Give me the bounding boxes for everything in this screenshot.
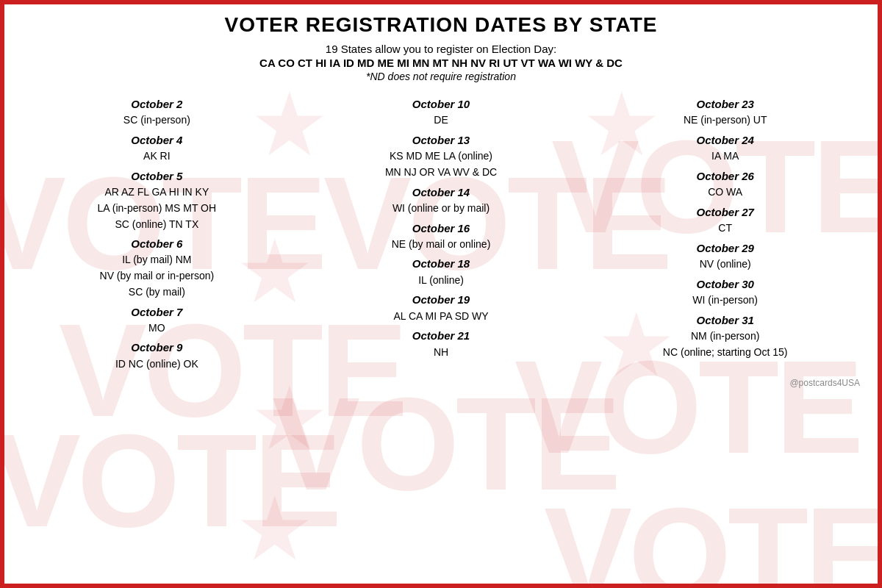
- states-oct24: IA MA: [587, 148, 864, 165]
- date-oct14: October 14: [303, 184, 580, 201]
- states-oct18: IL (online): [303, 273, 580, 289]
- date-oct13: October 13: [303, 132, 580, 148]
- states-oct13: KS MD ME LA (online)MN NJ OR VA WV & DC: [303, 148, 580, 180]
- date-oct23: October 23: [587, 96, 864, 112]
- date-oct7: October 7: [18, 304, 295, 320]
- subtitle-states: CA CO CT HI IA ID MD ME MI MN MT NH NV R…: [15, 57, 867, 69]
- right-column: October 23 NE (in-person) UT October 24 …: [583, 93, 867, 372]
- subtitle-nd: *ND does not require registration: [15, 71, 867, 82]
- date-oct6: October 6: [18, 235, 295, 252]
- star-6: ★: [235, 478, 315, 580]
- middle-column: October 10 DE October 13 KS MD ME LA (on…: [299, 93, 584, 372]
- states-oct26: CO WA: [587, 184, 864, 201]
- date-oct21: October 21: [303, 327, 580, 344]
- date-oct30: October 30: [587, 276, 864, 293]
- date-oct9: October 9: [18, 339, 295, 356]
- date-oct18: October 18: [303, 255, 580, 272]
- states-oct23: NE (in-person) UT: [587, 112, 864, 129]
- states-oct4: AK RI: [18, 148, 295, 165]
- states-oct29: NV (online): [587, 257, 864, 273]
- date-oct29: October 29: [587, 240, 864, 257]
- states-oct2: SC (in-person): [18, 112, 295, 129]
- page-title: VOTER REGISTRATION DATES BY STATE: [15, 13, 867, 37]
- date-oct5: October 5: [18, 168, 295, 184]
- states-oct5: AR AZ FL GA HI IN KYLA (in-person) MS MT…: [18, 184, 295, 232]
- left-column: October 2 SC (in-person) October 4 AK RI…: [15, 93, 299, 372]
- states-oct6: IL (by mail) NMNV (by mail or in-person)…: [18, 252, 295, 300]
- states-oct31: NM (in-person)NC (online; starting Oct 1…: [587, 329, 864, 360]
- date-oct27: October 27: [587, 204, 864, 220]
- states-oct27: CT: [587, 220, 864, 237]
- date-oct4: October 4: [18, 132, 295, 148]
- states-oct10: DE: [303, 112, 580, 129]
- states-oct14: WI (online or by mail): [303, 201, 580, 217]
- columns-container: October 2 SC (in-person) October 4 AK RI…: [15, 93, 867, 372]
- footer-attribution: @postcards4USA: [15, 378, 867, 388]
- states-oct19: AL CA MI PA SD WY: [303, 309, 580, 325]
- date-oct24: October 24: [587, 132, 864, 148]
- states-oct9: ID NC (online) OK: [18, 356, 295, 373]
- states-oct21: NH: [303, 345, 580, 361]
- date-oct16: October 16: [303, 220, 580, 237]
- date-oct19: October 19: [303, 291, 580, 308]
- date-oct10: October 10: [303, 96, 580, 112]
- watermark-8: VOTE: [544, 478, 882, 588]
- date-oct2: October 2: [18, 96, 295, 112]
- subtitle-1: 19 States allow you to register on Elect…: [15, 43, 867, 55]
- date-oct26: October 26: [587, 168, 864, 184]
- date-oct31: October 31: [587, 312, 864, 329]
- states-oct16: NE (by mail or online): [303, 237, 580, 253]
- states-oct7: MO: [18, 320, 295, 337]
- states-oct30: WI (in-person): [587, 293, 864, 309]
